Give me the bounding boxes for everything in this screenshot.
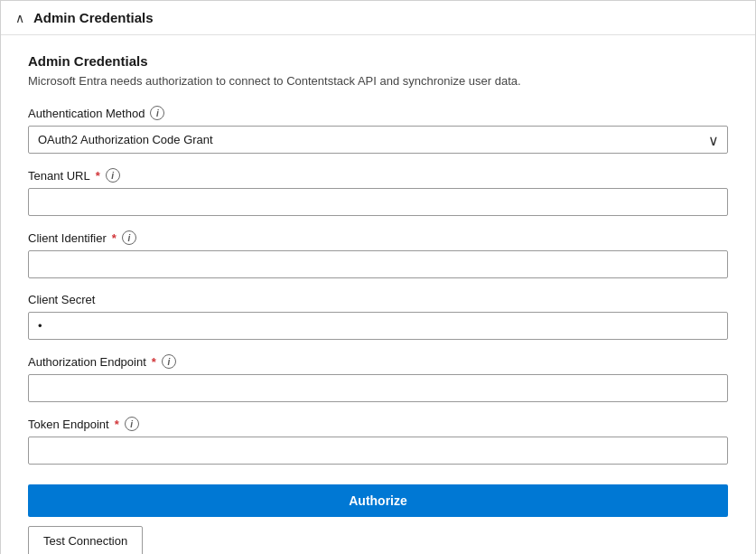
authorize-button[interactable]: Authorize [28, 484, 728, 517]
token-endpoint-info-icon[interactable]: i [125, 417, 139, 431]
client-identifier-info-icon[interactable]: i [122, 230, 136, 245]
client-secret-group: Client Secret [28, 293, 728, 340]
auth-method-group: Authentication Method i OAuth2 Authoriza… [28, 106, 728, 154]
token-endpoint-label: Token Endpoint * i [28, 417, 728, 431]
client-secret-input[interactable] [28, 312, 728, 340]
auth-method-select-wrapper: OAuth2 Authorization Code Grant Basic Au… [28, 126, 728, 154]
tenant-url-required: * [96, 169, 100, 183]
auth-method-label: Authentication Method i [28, 106, 728, 120]
section-title: Admin Credentials [28, 53, 728, 69]
client-identifier-required: * [112, 231, 117, 245]
authorization-endpoint-required: * [152, 355, 156, 369]
token-endpoint-input[interactable] [28, 437, 728, 465]
client-identifier-group: Client Identifier * i [28, 230, 728, 278]
client-secret-label-text: Client Secret [28, 293, 95, 306]
client-identifier-label: Client Identifier * i [28, 230, 728, 245]
authorization-endpoint-group: Authorization Endpoint * i [28, 354, 728, 402]
client-secret-label: Client Secret [28, 293, 728, 306]
card-body: Admin Credentials Microsoft Entra needs … [1, 35, 755, 554]
auth-method-label-text: Authentication Method [28, 107, 145, 120]
tenant-url-input[interactable] [28, 188, 728, 216]
admin-credentials-card: ∧ Admin Credentials Admin Credentials Mi… [0, 0, 756, 554]
client-identifier-label-text: Client Identifier [28, 231, 107, 245]
authorization-endpoint-label: Authorization Endpoint * i [28, 354, 728, 369]
card-header: ∧ Admin Credentials [1, 1, 755, 35]
authorization-endpoint-info-icon[interactable]: i [162, 354, 176, 369]
tenant-url-group: Tenant URL * i [28, 168, 728, 216]
section-description: Microsoft Entra needs authorization to c… [28, 74, 728, 88]
auth-method-info-icon[interactable]: i [150, 106, 164, 120]
test-connection-button[interactable]: Test Connection [28, 526, 143, 554]
collapse-icon[interactable]: ∧ [15, 11, 24, 25]
tenant-url-label: Tenant URL * i [28, 168, 728, 183]
authorization-endpoint-label-text: Authorization Endpoint [28, 355, 146, 369]
token-endpoint-required: * [115, 418, 119, 431]
tenant-url-info-icon[interactable]: i [106, 168, 120, 183]
authorization-endpoint-input[interactable] [28, 374, 728, 402]
auth-method-select[interactable]: OAuth2 Authorization Code Grant Basic Au… [28, 126, 728, 154]
tenant-url-label-text: Tenant URL [28, 169, 90, 183]
token-endpoint-label-text: Token Endpoint [28, 418, 109, 431]
client-identifier-input[interactable] [28, 250, 728, 278]
token-endpoint-group: Token Endpoint * i [28, 417, 728, 465]
card-header-title: Admin Credentials [33, 10, 154, 25]
